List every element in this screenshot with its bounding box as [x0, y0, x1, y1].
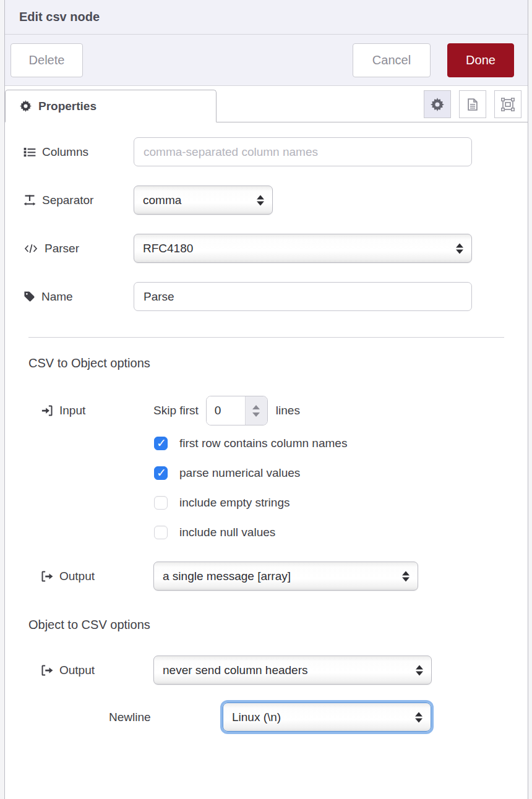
include-null-values-checkbox[interactable]: [154, 526, 168, 539]
edit-csv-node-dialog: Edit csv node Delete Cancel Done Propert…: [4, 0, 528, 799]
columns-label: Columns: [42, 145, 88, 159]
parser-select-value: RFC4180: [143, 242, 193, 255]
stepper-arrows[interactable]: [245, 396, 267, 425]
properties-tray-button[interactable]: [424, 90, 451, 118]
cancel-button[interactable]: Cancel: [353, 43, 431, 77]
tab-properties-label: Properties: [38, 100, 97, 113]
checkbox-row: first row contains column names: [154, 437, 509, 450]
parser-label: Parser: [45, 242, 79, 255]
first-row-checkbox[interactable]: [154, 437, 168, 450]
output-label-group: Output: [24, 570, 153, 583]
description-tray-button[interactable]: [459, 90, 486, 118]
properties-form: Columns Separator comma: [5, 122, 528, 732]
name-input[interactable]: [134, 282, 472, 311]
object-to-csv-heading: Object to CSV options: [28, 618, 509, 632]
separator-select[interactable]: comma: [134, 186, 273, 215]
dialog-toolbar: Delete Cancel Done: [5, 35, 528, 86]
select-arrows-icon: [257, 195, 264, 205]
output2-label-group: Output: [24, 664, 153, 677]
object-output-select[interactable]: never send column headers: [153, 656, 432, 685]
gear-icon: [431, 98, 444, 111]
skip-lines-stepper: [206, 396, 268, 425]
input-label-group: Input: [24, 404, 153, 417]
tab-tray: [424, 90, 521, 118]
checkbox-row: include empty strings: [154, 496, 509, 510]
parse-numerical-checkbox[interactable]: [154, 466, 168, 480]
parser-select[interactable]: RFC4180: [134, 234, 472, 263]
columns-label-group: Columns: [24, 145, 134, 159]
text-width-icon: [24, 194, 36, 207]
input-label: Input: [59, 404, 85, 417]
appearance-icon: [501, 98, 515, 111]
output-row-2: Output never send column headers: [24, 656, 509, 685]
newline-row: Newline Linux (\n): [24, 703, 509, 732]
output2-label: Output: [59, 664, 95, 677]
input-row: Input Skip first lines: [24, 396, 509, 425]
stepper-up-icon: [252, 405, 260, 409]
sign-out-icon: [41, 570, 53, 583]
list-icon: [24, 146, 36, 158]
gear-icon: [20, 100, 32, 112]
checkbox-row: include null values: [154, 526, 509, 539]
tab-bar: Properties: [5, 86, 528, 122]
newline-select[interactable]: Linux (\n): [223, 703, 431, 732]
newline-select-value: Linux (\n): [232, 711, 281, 724]
separator-label-group: Separator: [24, 194, 134, 207]
dialog-header: Edit csv node: [5, 0, 528, 35]
columns-row: Columns: [24, 137, 509, 166]
select-arrows-icon: [402, 571, 410, 581]
columns-input[interactable]: [134, 137, 472, 166]
sign-in-icon: [41, 404, 53, 417]
dialog-title: Edit csv node: [19, 10, 100, 24]
checkbox-label: include null values: [179, 526, 275, 539]
separator-select-value: comma: [143, 194, 181, 207]
select-arrows-icon: [415, 712, 423, 722]
include-empty-strings-checkbox[interactable]: [154, 496, 168, 510]
csv-output-select-value: a single message [array]: [163, 570, 291, 583]
sign-out-icon: [41, 664, 53, 677]
tag-icon: [24, 291, 35, 302]
done-button[interactable]: Done: [447, 43, 514, 77]
separator-label: Separator: [42, 194, 93, 207]
parser-row: Parser RFC4180: [24, 234, 509, 263]
select-arrows-icon: [416, 665, 423, 675]
newline-label-group: Newline: [24, 711, 223, 724]
object-output-select-value: never send column headers: [163, 664, 307, 677]
newline-label: Newline: [109, 711, 151, 724]
name-row: Name: [24, 282, 509, 311]
code-icon: [24, 243, 38, 254]
csv-to-object-heading: CSV to Object options: [28, 356, 509, 370]
csv-output-select[interactable]: a single message [array]: [153, 562, 418, 591]
output-row: Output a single message [array]: [24, 562, 509, 591]
checkbox-row: parse numerical values: [154, 466, 509, 480]
skip-first-label: Skip first: [153, 404, 199, 417]
tab-properties[interactable]: Properties: [5, 90, 217, 122]
parser-label-group: Parser: [24, 242, 134, 255]
skip-lines-input[interactable]: [207, 396, 245, 425]
checkbox-label: parse numerical values: [179, 466, 300, 480]
separator-row: Separator comma: [24, 186, 509, 215]
description-icon: [466, 98, 479, 111]
output-label: Output: [59, 570, 95, 583]
appearance-tray-button[interactable]: [494, 90, 521, 118]
select-arrows-icon: [456, 243, 463, 254]
lines-label: lines: [276, 404, 300, 417]
checkbox-label: first row contains column names: [179, 437, 347, 450]
name-label-group: Name: [24, 290, 134, 304]
name-label: Name: [41, 290, 73, 304]
delete-button[interactable]: Delete: [11, 43, 83, 77]
checkbox-label: include empty strings: [179, 496, 290, 510]
stepper-down-icon: [252, 412, 260, 417]
section-divider: [28, 337, 504, 338]
